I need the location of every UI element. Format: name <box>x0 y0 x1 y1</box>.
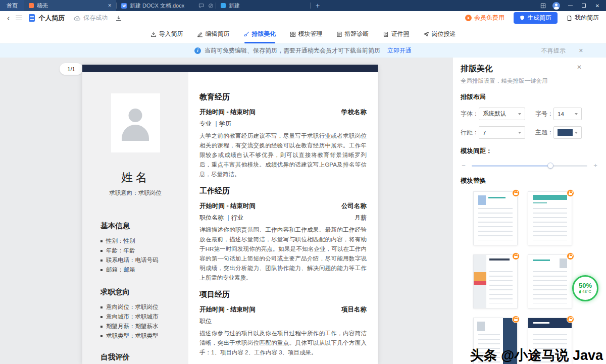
nav-label: 排版美化 <box>252 30 276 38</box>
panel-close-icon[interactable]: ✕ <box>577 64 582 71</box>
save-status-label: 保存成功 <box>83 14 108 22</box>
tab-close-icon[interactable]: ✕ <box>104 3 112 8</box>
comment-icon[interactable] <box>198 3 204 9</box>
template-thumbnail[interactable] <box>528 191 572 245</box>
chevron-down-icon <box>575 132 578 134</box>
tab-gaoke[interactable]: 稿壳 ✕ <box>24 0 116 11</box>
notice-close-icon[interactable]: ✕ <box>579 47 583 54</box>
back-icon[interactable]: ‹ <box>7 15 10 22</box>
line-spacing-value: 7 <box>483 130 516 136</box>
performance-widget[interactable]: 50% 48°C <box>572 275 598 301</box>
tab-edit-resume[interactable]: 编辑简历 <box>197 25 230 43</box>
new-tab-button[interactable]: + <box>316 2 320 10</box>
feature-nav: 导入简历 编辑简历 排版美化 模块管理 措辞诊断 证件照 岗位投递 <box>0 25 606 43</box>
section-body-text: 描述你参与过的项目以及你在项目过程中所作的工作，内容简洁清晰，突出于求职岗位匹配… <box>199 329 367 357</box>
window-close-button[interactable]: ✕ <box>594 2 601 9</box>
info-item: 年龄：年龄 <box>100 246 182 255</box>
theme-color-swatch <box>558 129 573 136</box>
cloud-check-icon <box>74 15 81 21</box>
save-status: 保存成功 <box>74 14 108 22</box>
maximize-button[interactable] <box>580 2 587 9</box>
tab-modules[interactable]: 模块管理 <box>290 25 323 43</box>
section-body-text: 大学之前的教育经历建议不写，尽量写于求职行业或者求职岗位相关的课程，有交流交换的… <box>199 131 367 179</box>
user-avatar[interactable] <box>552 2 560 10</box>
notice-message: 当前可免费编辑、保存简历，需要开通稿壳会员才可下载当前简历 <box>205 46 380 55</box>
tab-beautify[interactable]: 排版美化 <box>243 25 276 43</box>
line-spacing-select[interactable]: 7 <box>479 126 525 139</box>
id-photo-icon <box>383 31 389 37</box>
tab-docx[interactable]: W 新建 DOCX 文档.docx <box>117 0 196 11</box>
thumbnail-art <box>533 259 550 261</box>
section-title: 自我评价 <box>100 352 182 362</box>
layout-heading: 排版布局 <box>461 93 598 101</box>
section-title: 基本信息 <box>100 221 182 231</box>
resume-content: 教育经历 开始时间 - 结束时间 学校名称 专业 ｜学历 大学之前的教育经历建议… <box>188 72 378 364</box>
font-size-select[interactable]: 14 <box>553 108 582 120</box>
nav-label: 导入简历 <box>159 30 183 38</box>
info-item: 意向城市：求职城市 <box>100 312 182 322</box>
spacing-slider[interactable] <box>472 165 587 167</box>
browser-titlebar: 首页 稿壳 ✕ W 新建 DOCX 文档.docx 新建 + <box>0 0 606 11</box>
apps-grid-icon[interactable] <box>540 3 546 9</box>
home-tab[interactable]: 首页 <box>0 0 24 11</box>
template-thumbnail[interactable] <box>473 254 518 308</box>
chevron-down-icon <box>518 132 521 134</box>
download-icon[interactable] <box>116 15 122 21</box>
section-subtitle-row: 职位 <box>199 317 367 326</box>
self-evaluation-section: 自我评价 <box>100 352 182 362</box>
tab-label: 新建 DOCX 文档.docx <box>130 2 184 10</box>
diagnosis-icon <box>336 31 342 37</box>
section-header-row: 开始时间 - 结束时间 项目名称 <box>199 305 367 314</box>
nav-label: 岗位投递 <box>432 30 456 38</box>
font-select[interactable]: 系统默认 <box>479 108 525 120</box>
upgrade-link[interactable]: 立即开通 <box>387 46 412 55</box>
thumbnail-art <box>533 195 567 200</box>
titlebar-controls: ✕ <box>540 2 606 10</box>
resume-preview[interactable]: 姓名 求职意向：求职岗位 基本信息 性别：性别 年龄：年龄 联系电话：电话号码 … <box>82 65 378 364</box>
sync-off-icon[interactable] <box>208 3 214 9</box>
member-label: 会员免费用 <box>474 14 504 22</box>
period-text: 开始时间 - 结束时间 <box>199 305 256 314</box>
module-spacing-control: − + <box>461 163 598 169</box>
chevron-down-icon <box>518 113 521 115</box>
send-icon <box>423 31 429 37</box>
menu-icon[interactable] <box>16 16 22 20</box>
my-resume-button[interactable]: 我的简历 <box>567 14 599 22</box>
subtitle-left: 职位 <box>199 317 212 326</box>
modules-icon <box>290 31 296 37</box>
thumbnail-art <box>488 197 506 198</box>
import-icon <box>150 31 157 37</box>
subtitle-right: 月薪 <box>355 214 367 222</box>
section-title: 教育经历 <box>199 92 367 102</box>
font-size-value: 14 <box>558 111 573 117</box>
spacing-decrease-button[interactable]: − <box>461 163 467 169</box>
template-thumbnail[interactable] <box>473 191 518 245</box>
lock-icon <box>512 316 520 323</box>
slider-thumb[interactable] <box>547 163 553 169</box>
member-free-button[interactable]: ¥ 会员免费用 <box>465 14 504 22</box>
tab-divider <box>310 3 311 9</box>
cpu-percent: 50% <box>579 282 592 289</box>
panel-subtitle: 全局排版设置，精美排版一键套用 <box>461 77 598 85</box>
beautify-panel: 排版美化 ✕ 全局排版设置，精美排版一键套用 排版布局 字体： 系统默认 字号：… <box>453 58 606 364</box>
thumbnail-art <box>478 195 486 205</box>
tab-job-delivery[interactable]: 岗位投递 <box>423 25 456 43</box>
spacing-increase-button[interactable]: + <box>592 163 598 169</box>
temperature-value: 48°C <box>582 289 591 294</box>
nav-label: 模块管理 <box>298 30 323 38</box>
template-thumbnail[interactable] <box>528 254 572 308</box>
lock-icon <box>512 252 520 260</box>
dismiss-link[interactable]: 不再提示 <box>541 46 566 55</box>
tab-new[interactable]: 新建 <box>216 0 310 11</box>
lock-icon <box>567 189 574 197</box>
tab-id-photo[interactable]: 证件照 <box>383 25 410 43</box>
minimize-button[interactable] <box>567 2 574 9</box>
thumbnail-art <box>474 255 486 308</box>
generate-resume-button[interactable]: 生成简历 <box>514 12 558 24</box>
basic-info-section: 基本信息 性别：性别 年龄：年龄 联系电话：电话号码 邮箱：邮箱 <box>100 221 182 275</box>
job-intention-list: 意向岗位：求职岗位 意向城市：求职城市 期望月薪：期望薪水 求职类型：求职类型 <box>100 302 182 341</box>
tab-import-resume[interactable]: 导入简历 <box>150 25 183 43</box>
tab-wording-diagnosis[interactable]: 措辞诊断 <box>336 25 369 43</box>
nav-label: 措辞诊断 <box>345 30 369 38</box>
theme-select[interactable] <box>553 126 582 139</box>
